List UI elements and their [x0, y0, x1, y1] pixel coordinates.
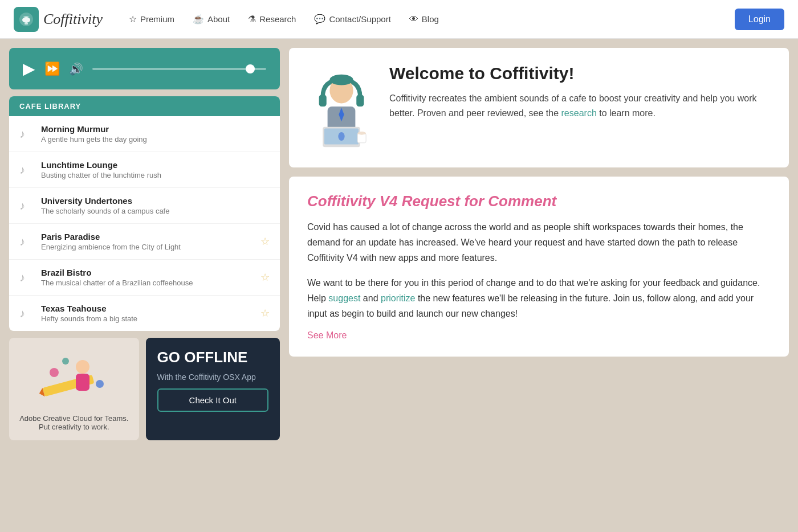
- music-note-icon: ♪: [19, 199, 33, 212]
- rfc-title: Coffitivity V4 Request for Comment: [307, 193, 771, 210]
- cafe-item-texas-teahouse[interactable]: ♪ Texas Teahouse Hefty sounds from a big…: [9, 296, 280, 331]
- cafe-name: Brazil Bistro: [41, 268, 253, 277]
- left-column: ▶ ⏩ 🔊 CAFE LIBRARY ♪ Morning Murmur A ge…: [9, 48, 280, 440]
- music-note-icon: ♪: [19, 163, 33, 177]
- svg-point-5: [76, 360, 89, 374]
- cafe-info: Brazil Bistro The musical chatter of a B…: [41, 268, 253, 287]
- cafe-name: University Undertones: [41, 196, 270, 206]
- welcome-content: Welcome to Coffitivity! Coffitivity recr…: [389, 64, 771, 120]
- cafe-desc: Busting chatter of the lunchtime rush: [41, 171, 270, 179]
- cafe-item-brazil-bistro[interactable]: ♪ Brazil Bistro The musical chatter of a…: [9, 260, 280, 296]
- offline-title: GO OFFLINE: [157, 349, 269, 366]
- cafe-name: Texas Teahouse: [41, 304, 253, 313]
- svg-rect-12: [356, 95, 364, 107]
- svg-point-20: [357, 132, 366, 135]
- header: Coffitivity ☆ Premium ☕ About ⚗ Research…: [0, 0, 798, 39]
- cafe-item-paris-paradise[interactable]: ♪ Paris Paradise Energizing ambience fro…: [9, 224, 280, 260]
- rfc-para2: We want to be there for you in this peri…: [307, 275, 771, 322]
- nav-contact[interactable]: 💬 Contact/Support: [306, 9, 398, 29]
- cafe-info: Lunchtime Lounge Busting chatter of the …: [41, 160, 270, 179]
- right-column: Welcome to Coffitivity! Coffitivity recr…: [289, 48, 789, 440]
- premium-star-icon[interactable]: ☆: [260, 307, 270, 320]
- nav-premium[interactable]: ☆ Premium: [121, 9, 182, 29]
- premium-star-icon[interactable]: ☆: [260, 235, 270, 248]
- nav-about[interactable]: ☕ About: [185, 9, 238, 29]
- main-layout: ▶ ⏩ 🔊 CAFE LIBRARY ♪ Morning Murmur A ge…: [0, 39, 798, 449]
- coffee-icon: ☕: [193, 14, 204, 24]
- research-link[interactable]: research: [561, 108, 597, 118]
- cafe-name: Paris Paradise: [41, 232, 253, 242]
- ad-illustration: [18, 347, 130, 410]
- cafe-library: CAFE LIBRARY ♪ Morning Murmur A gentle h…: [9, 96, 280, 331]
- progress-bar[interactable]: [92, 68, 266, 70]
- ad-panel: Adobe Creative Cloud for Teams. Put crea…: [9, 338, 139, 440]
- svg-point-8: [62, 358, 69, 365]
- welcome-card: Welcome to Coffitivity! Coffitivity recr…: [289, 48, 789, 167]
- skip-button[interactable]: ⏩: [44, 62, 60, 76]
- svg-point-7: [50, 368, 59, 377]
- music-note-icon: ♪: [19, 271, 33, 284]
- cafe-desc: The scholarly sounds of a campus cafe: [41, 207, 270, 215]
- welcome-text: Coffitivity recreates the ambient sounds…: [389, 91, 771, 120]
- see-more-link[interactable]: See More: [307, 330, 347, 340]
- logo[interactable]: Coffitivity: [14, 7, 103, 32]
- flask-icon: ⚗: [248, 14, 256, 24]
- bottom-panels: Adobe Creative Cloud for Teams. Put crea…: [9, 338, 280, 440]
- svg-point-9: [96, 380, 104, 388]
- svg-point-1: [22, 17, 30, 23]
- cafe-item-morning-murmur[interactable]: ♪ Morning Murmur A gentle hum gets the d…: [9, 116, 280, 152]
- nav-research[interactable]: ⚗ Research: [240, 9, 304, 29]
- svg-rect-2: [25, 23, 28, 24]
- welcome-title: Welcome to Coffitivity!: [389, 64, 771, 83]
- cafe-name: Morning Murmur: [41, 124, 270, 134]
- eye-icon: 👁: [409, 14, 418, 24]
- login-button[interactable]: Login: [735, 9, 784, 30]
- svg-point-10: [46, 387, 51, 392]
- player: ▶ ⏩ 🔊: [9, 48, 280, 89]
- ad-text: Adobe Creative Cloud for Teams. Put crea…: [18, 414, 130, 431]
- suggest-link[interactable]: suggest: [328, 293, 360, 303]
- cafe-info: University Undertones The scholarly soun…: [41, 196, 270, 215]
- cafe-info: Paris Paradise Energizing ambience from …: [41, 232, 253, 251]
- logo-icon: [14, 7, 39, 32]
- cafe-item-lunchtime-lounge[interactable]: ♪ Lunchtime Lounge Busting chatter of th…: [9, 152, 280, 188]
- svg-point-21: [338, 132, 344, 141]
- logo-text: Coffitivity: [43, 11, 103, 28]
- premium-star-icon[interactable]: ☆: [260, 271, 270, 284]
- cafe-info: Morning Murmur A gentle hum gets the day…: [41, 124, 270, 144]
- svg-rect-6: [76, 374, 89, 391]
- cafe-name: Lunchtime Lounge: [41, 160, 270, 170]
- cafe-library-header: CAFE LIBRARY: [9, 96, 280, 116]
- music-note-icon: ♪: [19, 128, 33, 141]
- offline-panel: GO OFFLINE With the Coffitivity OSX App …: [146, 338, 280, 440]
- music-note-icon: ♪: [19, 307, 33, 320]
- check-it-out-button[interactable]: Check It Out: [157, 388, 269, 412]
- cafe-item-university-undertones[interactable]: ♪ University Undertones The scholarly so…: [9, 188, 280, 224]
- cafe-desc: Hefty sounds from a big state: [41, 314, 253, 323]
- music-note-icon: ♪: [19, 235, 33, 248]
- volume-button[interactable]: 🔊: [69, 62, 83, 76]
- star-icon: ☆: [129, 14, 137, 24]
- cafe-info: Texas Teahouse Hefty sounds from a big s…: [41, 304, 253, 323]
- progress-thumb[interactable]: [246, 64, 255, 73]
- rfc-para1: Covid has caused a lot of change across …: [307, 219, 771, 266]
- play-button[interactable]: ▶: [23, 59, 35, 78]
- chat-icon: 💬: [314, 14, 325, 24]
- svg-rect-11: [319, 95, 327, 107]
- cafe-desc: Energizing ambience from the City of Lig…: [41, 243, 253, 251]
- nav-blog[interactable]: 👁 Blog: [401, 10, 447, 29]
- cafe-desc: The musical chatter of a Brazilian coffe…: [41, 279, 253, 287]
- prioritize-link[interactable]: prioritize: [381, 293, 415, 303]
- rfc-card: Coffitivity V4 Request for Comment Covid…: [289, 177, 789, 357]
- svg-point-14: [329, 75, 353, 85]
- welcome-illustration: [307, 64, 376, 152]
- nav: ☆ Premium ☕ About ⚗ Research 💬 Contact/S…: [121, 9, 735, 29]
- cafe-desc: A gentle hum gets the day going: [41, 135, 270, 144]
- offline-subtitle: With the Coffitivity OSX App: [157, 373, 269, 382]
